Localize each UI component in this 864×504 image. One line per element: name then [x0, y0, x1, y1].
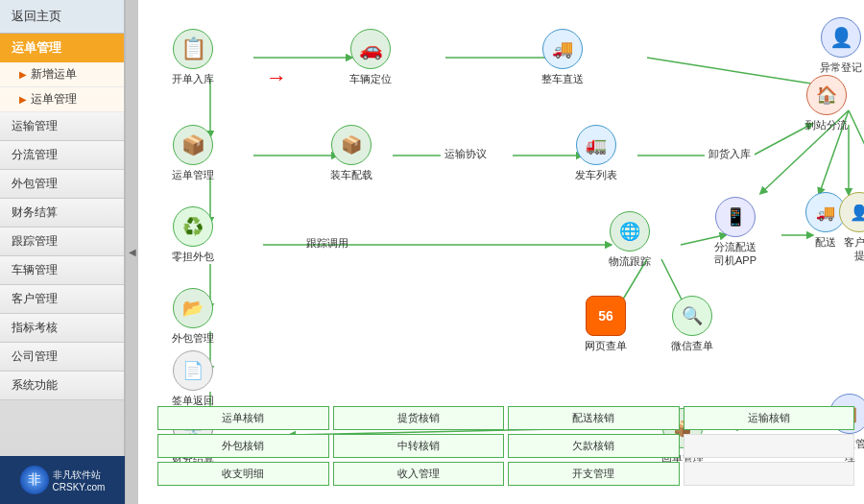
sidebar-sub-label: 新增运单 — [31, 66, 77, 83]
svg-line-19 — [849, 110, 864, 192]
sidebar-item-fenliu[interactable]: 分流管理 — [0, 141, 124, 170]
cell-yundan-hexiao[interactable]: 运单核销 — [157, 406, 329, 430]
arrow-icon: ▶ — [19, 69, 27, 80]
node-wangye[interactable]: 56 网页查单 — [585, 296, 627, 352]
sidebar-item-xitong[interactable]: 系统功能 — [0, 372, 124, 400]
sidebar-item-caiwu[interactable]: 财务结算 — [0, 199, 124, 228]
sidebar-item-yunshu[interactable]: 运输管理 — [0, 112, 124, 141]
node-daozhan[interactable]: 🏠 到站分流 — [805, 75, 848, 132]
label-genzong: 跟踪调用 — [306, 236, 348, 251]
sidebar-item-cheliang[interactable]: 车辆管理 — [0, 256, 124, 285]
logo-icon: 非 — [20, 466, 49, 494]
sidebar-item-waibao[interactable]: 外包管理 — [0, 170, 124, 199]
sidebar-sub-label-2: 运单管理 — [31, 91, 77, 108]
sidebar-section-yundan[interactable]: 运单管理 — [0, 34, 124, 62]
logo-area: 非 非凡软件站 CRSKY.com — [0, 456, 125, 504]
sidebar-home[interactable]: 返回主页 — [0, 0, 124, 34]
sidebar: 返回主页 运单管理 ▶ 新增运单 ▶ 运单管理 运输管理 分流管理 外包管理 财… — [0, 0, 125, 504]
node-kehu[interactable]: 👤 客户自提 — [839, 192, 864, 263]
sidebar-sub-yundan[interactable]: ▶ 运单管理 — [0, 87, 124, 112]
svg-line-8 — [753, 125, 810, 156]
sidebar-item-gongsi[interactable]: 公司管理 — [0, 343, 124, 372]
cell-empty-2 — [684, 462, 855, 486]
label-xiehuoruku: 卸货入库 — [705, 146, 755, 162]
cell-zhongzhuan-hexiao[interactable]: 中转核销 — [333, 434, 505, 458]
node-kaidan[interactable]: 📋 开单入库 — [172, 29, 214, 85]
cell-shouru-guanli[interactable]: 收入管理 — [333, 462, 505, 486]
main-content: → 📋 开单入库 🚗 车辆定位 🚚 整车直送 👤 异常登记 📦 运单管理 📦 装… — [138, 0, 864, 504]
cell-tihuo-hexiao[interactable]: 提货核销 — [333, 406, 505, 430]
cell-waibao-hexiao[interactable]: 外包核销 — [157, 434, 329, 458]
arrow-icon-2: ▶ — [19, 94, 27, 105]
sidebar-item-kehu[interactable]: 客户管理 — [0, 285, 124, 314]
node-zhuangche[interactable]: 📦 装车配载 — [330, 125, 372, 181]
cell-peisong-hexiao[interactable]: 配送核销 — [508, 406, 680, 430]
node-yundan[interactable]: 📦 运单管理 — [172, 125, 214, 181]
svg-line-2 — [647, 58, 829, 86]
sidebar-item-genzong[interactable]: 跟踪管理 — [0, 228, 124, 256]
sidebar-collapse-handle[interactable]: ◀ — [125, 0, 138, 504]
cell-empty-1 — [684, 434, 855, 458]
node-cheliang[interactable]: 🚗 车辆定位 — [349, 29, 392, 85]
node-fenliu[interactable]: 📱 分流配送 司机APP — [714, 197, 756, 268]
node-qiandan[interactable]: 📄 签单返回 — [172, 350, 214, 407]
node-wuliu[interactable]: 🌐 物流跟踪 — [609, 211, 651, 268]
label-yunshuxieyi: 运输协议 — [441, 146, 491, 162]
table-row-2: 外包核销 中转核销 欠款核销 — [157, 434, 854, 458]
cell-kaizhi-guanli[interactable]: 开支管理 — [508, 462, 680, 486]
node-yichang[interactable]: 👤 异常登记 — [820, 17, 862, 74]
logo-text: 非凡软件站 CRSKY.com — [53, 468, 106, 492]
red-arrow-indicator: → — [266, 65, 287, 90]
sidebar-item-zhibiao[interactable]: 指标考核 — [0, 314, 124, 343]
node-zhengche[interactable]: 🚚 整车直送 — [541, 29, 584, 85]
bottom-rows: 运单核销 提货核销 配送核销 运输核销 外包核销 中转核销 欠款核销 收支明细 … — [157, 406, 854, 490]
cell-qiankuan-hexiao[interactable]: 欠款核销 — [508, 434, 680, 458]
table-row-1: 运单核销 提货核销 配送核销 运输核销 — [157, 406, 854, 430]
node-waibao[interactable]: 📂 外包管理 — [172, 288, 214, 345]
sidebar-sub-xinjian[interactable]: ▶ 新增运单 — [0, 62, 124, 87]
node-lingdan[interactable]: ♻️ 零担外包 — [172, 206, 214, 263]
node-weixin[interactable]: 🔍 微信查单 — [671, 296, 713, 352]
table-row-3: 收支明细 收入管理 开支管理 — [157, 462, 854, 486]
cell-shouzhi-mingxi[interactable]: 收支明细 — [157, 462, 329, 486]
node-fache[interactable]: 🚛 发车列表 — [575, 125, 617, 181]
cell-yunshu-hexiao[interactable]: 运输核销 — [684, 406, 855, 430]
